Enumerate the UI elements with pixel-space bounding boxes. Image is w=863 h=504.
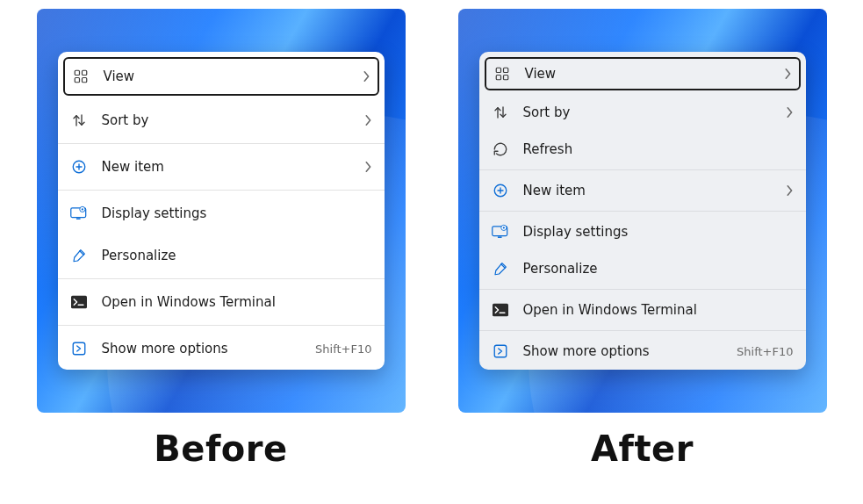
svg-rect-11 (496, 68, 500, 72)
more-options-icon (70, 340, 88, 357)
menu-item-open-in-windows-terminal[interactable]: Open in Windows Terminal (479, 292, 806, 328)
grid-icon (493, 65, 511, 83)
menu-item-open-in-windows-terminal[interactable]: Open in Windows Terminal (58, 281, 385, 323)
svg-rect-2 (75, 78, 79, 83)
menu-item-shortcut: Shift+F10 (737, 345, 793, 358)
display-settings-icon (70, 205, 88, 222)
chevron-right-icon (363, 114, 372, 126)
menu-item-shortcut: Shift+F10 (315, 342, 371, 356)
menu-item-label: Refresh (523, 141, 794, 157)
context-menu-after: ViewSort byRefreshNew itemDisplay settin… (479, 52, 806, 370)
svg-rect-6 (76, 218, 80, 220)
menu-item-label: Display settings (102, 205, 372, 221)
menu-item-refresh[interactable]: Refresh (479, 131, 806, 168)
menu-item-display-settings[interactable]: Display settings (479, 213, 806, 250)
menu-separator (479, 211, 806, 212)
plus-circle-icon (492, 182, 509, 199)
after-label: After (458, 428, 827, 469)
svg-rect-3 (82, 78, 86, 83)
context-menu-before: ViewSort byNew itemDisplay settingsPerso… (58, 52, 385, 370)
sort-icon (492, 104, 509, 121)
terminal-icon (70, 293, 88, 311)
menu-item-personalize[interactable]: Personalize (479, 250, 806, 287)
chevron-right-icon (785, 184, 794, 197)
menu-separator (479, 330, 806, 331)
menu-item-sort-by[interactable]: Sort by (58, 99, 385, 141)
svg-rect-10 (73, 342, 85, 355)
menu-item-label: View (104, 68, 362, 84)
menu-item-view[interactable]: View (485, 57, 801, 90)
menu-item-label: Sort by (102, 112, 363, 128)
svg-point-19 (502, 227, 504, 228)
svg-rect-13 (496, 76, 500, 80)
chevron-right-icon (362, 70, 370, 83)
menu-item-label: Open in Windows Terminal (523, 302, 794, 318)
svg-rect-14 (503, 76, 507, 80)
menu-separator (58, 278, 385, 279)
sort-icon (70, 112, 88, 129)
menu-item-show-more-options[interactable]: Show more optionsShift+F10 (479, 333, 806, 370)
menu-item-display-settings[interactable]: Display settings (58, 192, 385, 234)
svg-rect-20 (493, 304, 508, 317)
svg-rect-0 (75, 70, 79, 75)
more-options-icon (492, 342, 509, 360)
menu-item-label: Display settings (523, 224, 794, 240)
after-panel: ViewSort byRefreshNew itemDisplay settin… (458, 9, 827, 413)
menu-item-label: View (525, 66, 783, 82)
menu-separator (58, 190, 385, 191)
svg-rect-9 (71, 296, 87, 309)
terminal-icon (492, 301, 509, 319)
menu-item-new-item[interactable]: New item (479, 172, 806, 209)
menu-separator (58, 325, 385, 326)
paintbrush-icon (70, 247, 88, 264)
labels-row: Before After (0, 413, 863, 469)
display-settings-icon (492, 223, 509, 241)
svg-rect-21 (494, 345, 507, 357)
menu-item-sort-by[interactable]: Sort by (479, 94, 806, 131)
menu-item-label: Sort by (523, 104, 785, 120)
menu-item-label: Show more options (102, 341, 316, 356)
chevron-right-icon (785, 106, 794, 119)
menu-item-label: Personalize (102, 248, 372, 263)
menu-item-label: Open in Windows Terminal (102, 294, 372, 310)
svg-point-8 (81, 208, 83, 210)
plus-circle-icon (70, 158, 88, 176)
menu-item-label: New item (102, 159, 363, 175)
menu-item-personalize[interactable]: Personalize (58, 234, 385, 277)
svg-rect-1 (82, 70, 86, 75)
grid-icon (72, 68, 90, 85)
before-label: Before (37, 428, 406, 469)
menu-item-view[interactable]: View (63, 57, 379, 96)
paintbrush-icon (492, 260, 509, 277)
before-panel: ViewSort byNew itemDisplay settingsPerso… (37, 9, 406, 413)
menu-item-label: Personalize (523, 261, 794, 277)
svg-rect-17 (497, 236, 501, 238)
comparison-row: ViewSort byNew itemDisplay settingsPerso… (0, 0, 863, 413)
menu-item-label: Show more options (523, 343, 737, 359)
menu-item-label: New item (523, 183, 785, 198)
menu-item-show-more-options[interactable]: Show more optionsShift+F10 (58, 328, 385, 370)
refresh-icon (492, 140, 509, 158)
svg-rect-12 (503, 68, 507, 72)
menu-separator (479, 289, 806, 290)
menu-separator (479, 169, 806, 170)
menu-item-new-item[interactable]: New item (58, 146, 385, 188)
chevron-right-icon (783, 68, 792, 80)
chevron-right-icon (363, 161, 372, 173)
menu-separator (58, 143, 385, 144)
